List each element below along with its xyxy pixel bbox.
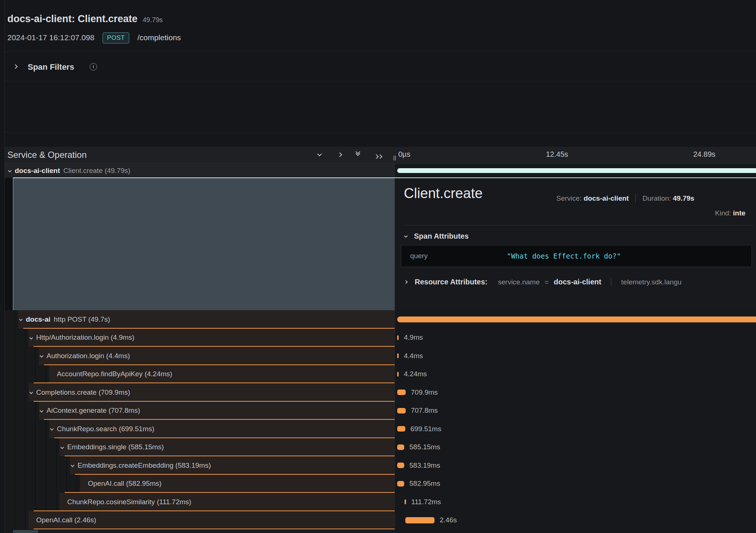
span-bar-cell[interactable]: 707.8ms bbox=[395, 402, 756, 420]
resource-attributes-label[interactable]: Resource Attributes: bbox=[415, 278, 487, 286]
span-row[interactable]: Embeddings.createEmbedding (583.19ms)583… bbox=[5, 456, 756, 475]
span-row[interactable]: ChunkRepo.cosineSimilarity (111.72ms)111… bbox=[5, 493, 756, 511]
span-bar[interactable] bbox=[397, 335, 399, 340]
detail-left-backdrop bbox=[5, 178, 13, 310]
detail-kind-label: Kind: bbox=[715, 209, 731, 217]
span-duration-label: 111.72ms bbox=[411, 498, 441, 506]
span-row[interactable]: docs-aihttp POST (49.7s) bbox=[5, 310, 756, 329]
span-bar[interactable] bbox=[405, 517, 434, 523]
span-row-partial[interactable] bbox=[5, 529, 756, 533]
operation-label: Completions.create (709.9ms) bbox=[36, 388, 130, 397]
span-bar[interactable] bbox=[405, 499, 406, 504]
chevron-right-icon[interactable] bbox=[13, 64, 18, 69]
indent-guides bbox=[5, 456, 70, 475]
trace-timestamp: 2024-01-17 16:12:07.098 bbox=[7, 33, 94, 42]
span-bar[interactable] bbox=[397, 353, 399, 358]
chevron-down-icon[interactable] bbox=[61, 446, 67, 449]
service-name: docs-ai bbox=[26, 315, 51, 323]
trace-header: docs-ai-client: Client.create49.79s 2024… bbox=[5, 0, 756, 52]
operation-label: AccountRepo.findByApiKey (4.24ms) bbox=[57, 370, 172, 378]
request-path: /completions bbox=[137, 33, 181, 42]
column-resize-grip[interactable] bbox=[395, 156, 396, 160]
span-duration-label: 583.19ms bbox=[409, 461, 440, 470]
chevron-down-icon[interactable] bbox=[40, 354, 47, 357]
span-bar[interactable] bbox=[397, 426, 405, 432]
selected-span-backdrop bbox=[13, 178, 395, 310]
timeline-minimap[interactable]: 0µs12.45s24.89s37.34s bbox=[5, 82, 756, 132]
timeline-tick-label: 12.45s bbox=[546, 150, 568, 159]
span-row[interactable]: ChunkRepo.search (699.51ms)699.51ms bbox=[5, 420, 756, 438]
span-bar-cell[interactable]: 4.24ms bbox=[395, 365, 756, 384]
columns-header: Service & Operation 0µs12.45s24.89s bbox=[5, 147, 756, 164]
span-bar[interactable] bbox=[397, 408, 406, 413]
span-bar-cell[interactable]: 583.19ms bbox=[395, 456, 756, 475]
collapse-one-icon[interactable] bbox=[317, 152, 322, 156]
span-row[interactable]: Http/Authorization.login (4.9ms)4.9ms bbox=[5, 329, 756, 347]
span-filters-section[interactable]: Span Filters i bbox=[5, 52, 756, 81]
span-row[interactable]: OpenAI.call (2.46s)2.46s bbox=[5, 511, 756, 530]
collapse-all-icon[interactable] bbox=[356, 150, 360, 155]
detail-service-value: docs-ai-client bbox=[584, 194, 629, 202]
chevron-down-icon[interactable] bbox=[30, 391, 36, 394]
span-bar[interactable] bbox=[397, 481, 404, 487]
span-duration-label: 709.9ms bbox=[411, 388, 438, 397]
span-row[interactable]: Embeddings.single (585.15ms)585.15ms bbox=[5, 438, 756, 457]
span-bar[interactable] bbox=[397, 444, 404, 450]
chevron-down-icon[interactable] bbox=[71, 464, 78, 467]
span-duration-label: 707.8ms bbox=[411, 406, 438, 415]
indent-guides bbox=[5, 438, 59, 457]
operation-label: Http/Authorization.login (4.9ms) bbox=[36, 333, 134, 342]
operation-label: ChunkRepo.search (699.51ms) bbox=[57, 425, 154, 433]
span-bar[interactable] bbox=[397, 316, 756, 322]
indent-guides bbox=[5, 420, 49, 438]
info-icon[interactable]: i bbox=[90, 63, 97, 70]
trace-duration: 49.79s bbox=[143, 16, 163, 24]
span-duration-label: 4.4ms bbox=[404, 352, 423, 360]
span-bar-cell[interactable]: 4.4ms bbox=[395, 347, 756, 365]
resource-eq: = bbox=[544, 278, 549, 286]
span-bar-cell[interactable]: 4.9ms bbox=[395, 329, 756, 347]
column-resize-grip[interactable] bbox=[394, 156, 394, 160]
span-bar-cell[interactable]: 709.9ms bbox=[395, 383, 756, 402]
root-span-bar-cell[interactable] bbox=[395, 164, 756, 177]
chevron-down-icon[interactable] bbox=[40, 409, 47, 412]
expand-all-icon[interactable] bbox=[375, 153, 382, 160]
span-row-root[interactable]: docs-ai-client Client.create (49.79s) bbox=[5, 164, 756, 177]
span-bar[interactable] bbox=[397, 390, 406, 395]
detail-duration-value: 49.79s bbox=[673, 194, 694, 202]
span-bar-cell[interactable]: 111.72ms bbox=[395, 493, 756, 511]
span-duration-label: 699.51ms bbox=[410, 425, 441, 433]
span-row[interactable]: Authorization.login (4.4ms)4.4ms bbox=[5, 347, 756, 365]
span-attributes-toggle[interactable]: Span Attributes bbox=[405, 232, 469, 240]
chevron-down-icon[interactable] bbox=[20, 318, 26, 321]
span-filters-label[interactable]: Span Filters bbox=[28, 62, 74, 72]
trace-view-panel: docs-ai-client: Client.create49.79s 2024… bbox=[0, 0, 756, 533]
operation-label: Authorization.login (4.4ms) bbox=[47, 352, 130, 360]
timeline-tick-label: 0µs bbox=[398, 150, 410, 159]
span-bar-cell[interactable]: 585.15ms bbox=[395, 438, 756, 457]
span-bar-cell[interactable]: 2.46s bbox=[395, 511, 756, 530]
span-attributes-label[interactable]: Span Attributes bbox=[414, 232, 468, 240]
chevron-down-icon[interactable] bbox=[30, 336, 36, 339]
attribute-row-query[interactable]: query "What does Effect.fork do?" bbox=[401, 245, 752, 267]
span-row[interactable]: AiContext.generate (707.8ms)707.8ms bbox=[5, 402, 756, 420]
chevron-down-icon[interactable] bbox=[51, 428, 57, 430]
root-span-bar[interactable] bbox=[397, 168, 756, 173]
root-service-name: docs-ai-client bbox=[15, 167, 60, 175]
span-row[interactable]: AccountRepo.findByApiKey (4.24ms)4.24ms bbox=[5, 365, 756, 384]
indent-guides bbox=[5, 475, 80, 493]
span-bar-cell[interactable] bbox=[395, 310, 756, 329]
expand-one-icon[interactable] bbox=[337, 152, 342, 157]
span-bar[interactable] bbox=[397, 372, 399, 377]
operation-label: OpenAI.call (582.95ms) bbox=[88, 480, 162, 488]
partial-span-chip bbox=[13, 530, 38, 533]
detail-kind-value: inte bbox=[733, 209, 746, 217]
resource-key: service.name bbox=[498, 278, 540, 286]
span-bar[interactable] bbox=[397, 463, 404, 468]
operation-label: OpenAI.call (2.46s) bbox=[36, 516, 96, 524]
span-row[interactable]: Completions.create (709.9ms)709.9ms bbox=[5, 383, 756, 402]
resource-attributes-toggle[interactable]: Resource Attributes: service.name = docs… bbox=[405, 277, 681, 286]
span-row[interactable]: OpenAI.call (582.95ms)582.95ms bbox=[5, 475, 756, 493]
span-bar-cell[interactable]: 699.51ms bbox=[395, 420, 756, 438]
span-bar-cell[interactable]: 582.95ms bbox=[395, 475, 756, 493]
